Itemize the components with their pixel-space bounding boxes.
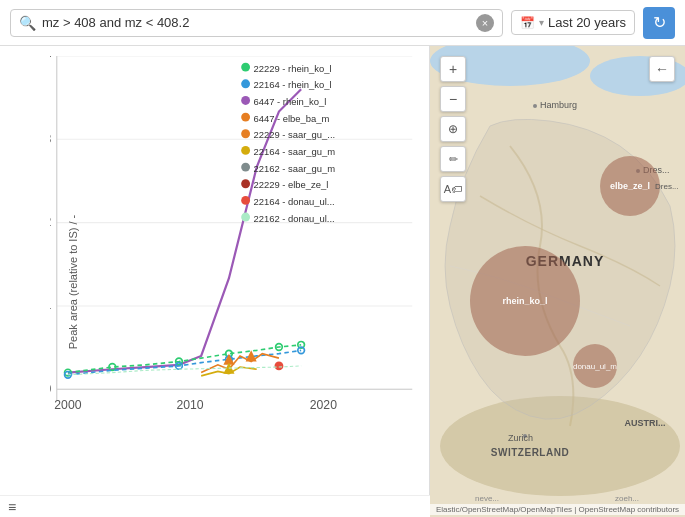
svg-text:1: 1 [50, 298, 51, 312]
date-filter[interactable]: 📅 ▾ Last 20 years [511, 10, 635, 35]
svg-text:zoeh...: zoeh... [615, 494, 639, 503]
label-button[interactable]: A🏷 [440, 176, 466, 202]
svg-point-41 [241, 163, 250, 172]
calendar-icon: 📅 [520, 16, 535, 30]
svg-text:2: 2 [50, 215, 51, 229]
compass-button[interactable]: ⊕ [440, 116, 466, 142]
date-filter-label: Last 20 years [548, 15, 626, 30]
svg-point-29 [241, 63, 250, 72]
search-input[interactable] [42, 15, 470, 30]
bottom-bar: ≡ [0, 495, 430, 517]
map-svg: GERMANY Hamburg Dres... SWITZERLAND AUST… [430, 46, 685, 517]
svg-text:22229 - elbe_ze_l: 22229 - elbe_ze_l [253, 179, 328, 190]
svg-point-47 [241, 213, 250, 222]
back-icon: ← [655, 61, 669, 77]
chart-svg: 0 1 2 3 4 2000 2010 2020 [50, 56, 419, 467]
svg-text:3: 3 [50, 132, 51, 146]
refresh-icon: ↻ [653, 13, 666, 32]
svg-text:22164 - rhein_ko_l: 22164 - rhein_ko_l [253, 79, 331, 90]
svg-text:2000: 2000 [54, 398, 81, 412]
svg-text:22164 - donau_ul...: 22164 - donau_ul... [253, 196, 334, 207]
map-attribution: Elastic/OpenStreetMap/OpenMapTiles | Ope… [430, 504, 685, 515]
y-axis-label: Peak area (relative to IS) / - [67, 214, 79, 349]
header: 🔍 × 📅 ▾ Last 20 years ↻ [0, 0, 685, 46]
svg-text:rhein_ko_l: rhein_ko_l [502, 296, 547, 306]
chevron-down-icon: ▾ [539, 17, 544, 28]
svg-point-33 [241, 96, 250, 105]
svg-text:22229 - saar_gu_...: 22229 - saar_gu_... [253, 129, 335, 140]
svg-text:SWITZERLAND: SWITZERLAND [491, 447, 569, 458]
draw-button[interactable]: ✏ [440, 146, 466, 172]
svg-point-39 [241, 146, 250, 155]
svg-point-45 [241, 196, 250, 205]
search-icon: 🔍 [19, 15, 36, 31]
svg-text:AUSTRI...: AUSTRI... [624, 418, 665, 428]
svg-text:0: 0 [50, 382, 51, 396]
svg-text:6447 - rhein_ko_l: 6447 - rhein_ko_l [253, 96, 326, 107]
svg-text:Dres...: Dres... [655, 182, 679, 191]
chart-area: Peak area (relative to IS) / - Sample ti… [0, 46, 430, 517]
svg-text:donau_ul_m: donau_ul_m [573, 362, 617, 371]
svg-point-43 [241, 179, 250, 188]
svg-point-35 [241, 113, 250, 122]
svg-point-54 [533, 104, 537, 108]
zoom-out-button[interactable]: − [440, 86, 466, 112]
map-back-button[interactable]: ← [649, 56, 675, 82]
map-area: GERMANY Hamburg Dres... SWITZERLAND AUST… [430, 46, 685, 517]
svg-text:22162 - saar_gu_m: 22162 - saar_gu_m [253, 163, 335, 174]
svg-text:6447 - elbe_ba_m: 6447 - elbe_ba_m [253, 113, 329, 124]
main-content: Peak area (relative to IS) / - Sample ti… [0, 46, 685, 517]
refresh-button[interactable]: ↻ [643, 7, 675, 39]
search-container: 🔍 × [10, 9, 503, 37]
svg-text:2020: 2020 [310, 398, 337, 412]
svg-text:2010: 2010 [176, 398, 203, 412]
svg-text:Zurich: Zurich [508, 433, 533, 443]
svg-point-28 [274, 361, 283, 370]
svg-text:elbe_ze_l: elbe_ze_l [610, 181, 650, 191]
svg-text:22229 - rhein_ko_l: 22229 - rhein_ko_l [253, 63, 331, 74]
svg-point-31 [241, 79, 250, 88]
svg-text:4: 4 [50, 56, 51, 62]
svg-text:neve...: neve... [475, 494, 499, 503]
svg-text:22162 - donau_ul...: 22162 - donau_ul... [253, 213, 334, 224]
svg-text:22164 - saar_gu_m: 22164 - saar_gu_m [253, 146, 335, 157]
map-controls: + − ⊕ ✏ A🏷 [440, 56, 466, 202]
zoom-in-button[interactable]: + [440, 56, 466, 82]
clear-button[interactable]: × [476, 14, 494, 32]
svg-text:Hamburg: Hamburg [540, 100, 577, 110]
list-icon[interactable]: ≡ [8, 499, 16, 515]
svg-point-37 [241, 129, 250, 138]
